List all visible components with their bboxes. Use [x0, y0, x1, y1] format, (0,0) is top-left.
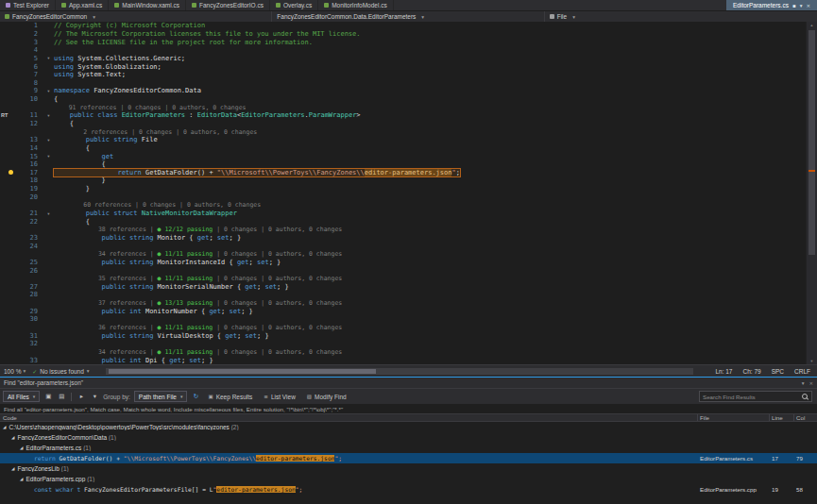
match-marker[interactable] [808, 170, 815, 172]
fold-chevron-icon[interactable]: ▾ [43, 211, 54, 216]
code-editor[interactable]: 1// Copyright (c) Microsoft Corporation2… [0, 22, 817, 364]
scroll-down-icon[interactable]: ▾ [807, 358, 817, 364]
navigation-bar: FancyZonesEditorCommon ▾ FancyZonesEdito… [0, 10, 817, 22]
tab-editorparameters-cs[interactable]: EditorParameters.cs ▪ ▾ × [726, 0, 817, 10]
pin-icon[interactable]: ▪ [792, 3, 796, 8]
tree-expander-icon[interactable]: ◢ [20, 445, 23, 450]
line-number: 6 [19, 63, 43, 71]
type-dropdown[interactable]: FancyZonesEditorCommon.Data.EditorParame… [272, 11, 544, 22]
token: 36 references | [54, 324, 158, 331]
cs-file-icon [114, 3, 119, 8]
expand-all-icon[interactable]: ▸ [77, 391, 86, 402]
tab-monitorinfomodel-cs[interactable]: MonitorInfoModel.cs [318, 0, 394, 10]
result-row[interactable]: const wchar_t FancyZonesEditorParameters… [0, 484, 817, 495]
token: System.Collections.Generic; [74, 55, 185, 62]
token: // See the LICENSE file in the project r… [54, 39, 313, 46]
member-dropdown[interactable]: File ▾ [545, 11, 817, 22]
list-view-button[interactable]: ≡ List View [260, 391, 299, 402]
result-group-row[interactable]: ◢EditorParameters.cpp (1) [0, 474, 817, 484]
line-number: 18 [19, 176, 43, 184]
column-code[interactable]: Code [0, 414, 698, 421]
fold-chevron-icon[interactable]: ▾ [43, 138, 54, 143]
token: 60 references | 0 changes | 0 authors, 0… [54, 201, 261, 209]
codelens-row: 36 references | ● 11/11 passing | 0 chan… [0, 324, 806, 332]
hscroll-thumb[interactable] [109, 369, 376, 374]
fold-chevron-icon[interactable]: ▾ [43, 113, 54, 118]
token: // The Microsoft Corporation licenses th… [54, 30, 361, 38]
result-group-row[interactable]: ◢C:\Users\zhaopengwang\Desktop\powertoys… [0, 422, 817, 432]
eol-indicator[interactable]: CRLF [794, 368, 810, 375]
column-col[interactable]: Col [794, 414, 817, 421]
type-name: FancyZonesEditorCommon.Data.EditorParame… [277, 13, 416, 20]
scope-dropdown[interactable]: All Files ▾ [3, 391, 40, 402]
group-by-dropdown[interactable]: Path then File ▾ [134, 391, 188, 402]
token: public string [102, 332, 158, 340]
line-number: 4 [19, 46, 43, 54]
line-number: 1 [19, 22, 43, 29]
editor-horizontal-scrollbar[interactable] [106, 368, 693, 375]
token [54, 210, 86, 217]
token: 35 references | [54, 275, 158, 282]
result-group-row[interactable]: ◢FancyZonesLib (1) [0, 463, 817, 474]
code-line: 14 { [0, 144, 806, 153]
result-group-row[interactable]: ◢FancyZonesEditorCommon\Data (1) [0, 432, 817, 443]
tab-test-explorer[interactable]: Test Explorer [0, 0, 56, 10]
token: System.Text; [74, 71, 126, 78]
tab-mainwindow-xaml-cs[interactable]: MainWindow.xaml.cs [109, 0, 186, 10]
result-file: EditorParameters.cs [698, 455, 770, 462]
fold-chevron-icon[interactable]: ▾ [43, 154, 54, 159]
column-file[interactable]: File [698, 414, 770, 421]
tab-overlay-cs[interactable]: Overlay.cs [270, 0, 318, 10]
collapse-all-icon[interactable]: ▾ [90, 391, 99, 402]
tree-expander-icon[interactable]: ◢ [11, 435, 14, 440]
fold-chevron-icon[interactable]: ▾ [43, 56, 54, 60]
chevron-down-icon[interactable]: ▾ [800, 3, 803, 8]
line-number: 11 [19, 111, 43, 119]
tree-expander-icon[interactable]: ◢ [20, 477, 23, 481]
copy-results-icon[interactable]: ▣ [43, 391, 53, 402]
column-line[interactable]: Line [770, 414, 794, 421]
scroll-up-icon[interactable]: ▴ [807, 22, 817, 28]
chevron-down-icon[interactable]: ▾ [802, 380, 805, 386]
token: C:\Users\zhaopengwang\Desktop\powertoys\… [9, 424, 230, 430]
list-view-icon: ≡ [264, 394, 268, 399]
editor-vertical-scrollbar[interactable]: ▴ ▾ [806, 22, 817, 364]
token: FancyZonesEditorParametersFile[] = L [84, 486, 213, 493]
token: set [245, 332, 257, 340]
scrollbar-thumb[interactable] [808, 30, 815, 255]
test-explorer-icon [6, 3, 10, 8]
lightbulb-icon[interactable] [9, 170, 13, 175]
tab-fancyzoneseditorio-cs[interactable]: FancyZonesEditorIO.cs [186, 0, 270, 10]
token: FancyZonesEditorCommon\Data [17, 434, 108, 441]
tab-app-xaml-cs[interactable]: App.xaml.cs [56, 0, 109, 10]
codelens-row: 91 references | 0 changes | 0 authors, 0… [0, 103, 806, 111]
token: NativeMonitorDataWrapper [142, 210, 237, 217]
column-indicator[interactable]: Ch: 79 [742, 368, 760, 375]
tree-expander-icon[interactable]: ◢ [11, 466, 14, 471]
modify-find-button[interactable]: ▨ Modify Find [303, 391, 350, 402]
close-icon[interactable]: × [806, 3, 810, 8]
document-health-indicator[interactable]: ✓ No issues found ▾ [32, 368, 89, 375]
result-code-cell: ◢FancyZonesLib (1) [0, 465, 698, 472]
close-icon[interactable]: × [808, 380, 813, 386]
code-line: 2// The Microsoft Corporation licenses t… [0, 30, 806, 39]
token: ● 11/11 passing [158, 275, 213, 282]
result-group-row[interactable]: ◢EditorParameters.cs (1) [0, 443, 817, 453]
find-results-search-input[interactable] [703, 394, 799, 400]
line-number: 15 [19, 153, 43, 160]
project-dropdown[interactable]: FancyZonesEditorCommon ▾ [0, 11, 272, 22]
token: | 0 changes | 0 authors, 0 changes [213, 250, 342, 258]
whitespace-indicator[interactable]: SPC [772, 368, 784, 375]
keep-results-button[interactable]: ▣ Keep Results [204, 391, 256, 402]
refresh-icon[interactable]: ↻ [191, 391, 200, 402]
fold-chevron-icon[interactable]: ▾ [43, 89, 54, 93]
zoom-control[interactable]: 100 % ▾ [4, 368, 26, 375]
token: public string [102, 234, 158, 242]
results-column-headers: Code File Line Col [0, 413, 817, 422]
line-indicator[interactable]: Ln: 17 [715, 368, 732, 375]
copy-all-icon[interactable]: ▤ [57, 391, 66, 402]
token: MonitorSerialNumber [158, 283, 233, 291]
result-row[interactable]: return GetDataFolder() + "\\Microsoft\\P… [0, 453, 817, 463]
tree-expander-icon[interactable]: ◢ [3, 425, 6, 429]
member-name: File [557, 13, 567, 20]
